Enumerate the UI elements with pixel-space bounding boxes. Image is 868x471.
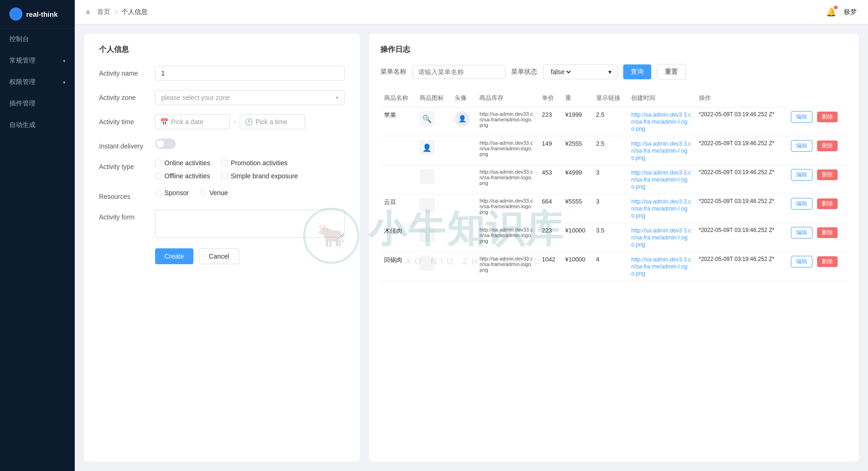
cell-weight: 3 (592, 165, 628, 194)
cell-created: *2022-05-09T 03:19:46.252 Z* (695, 252, 788, 281)
cell-actions: 编辑 删除 (787, 252, 847, 281)
cell-stock: 149 (538, 136, 562, 165)
time-placeholder: Pick a time (256, 118, 287, 126)
display-url-link[interactable]: http://sa-admin.dev3 3.cn/sa-fra me/admi… (631, 112, 691, 132)
cell-icon (416, 165, 451, 194)
edit-button[interactable]: 编辑 (791, 198, 812, 210)
delete-button[interactable]: 删除 (817, 256, 838, 267)
chevron-down-icon: ▾ (336, 95, 339, 101)
checkbox-promotion[interactable]: Promotion activities (221, 159, 287, 167)
cell-display-url: http://sa-admin.dev3 3.cn/sa-fra me/admi… (627, 165, 695, 194)
display-url-link[interactable]: http://sa-admin.dev3 3.cn/sa-fra me/admi… (631, 169, 691, 190)
sidebar-item-regular[interactable]: 常规管理 ▾ (0, 50, 75, 71)
display-url-link[interactable]: http://sa-admin.dev3 3.cn/sa-fra me/admi… (631, 198, 691, 219)
delete-button[interactable]: 删除 (817, 227, 838, 238)
menu-status-dropdown[interactable]: false true (549, 68, 572, 76)
edit-button[interactable]: 编辑 (791, 227, 812, 239)
edit-button[interactable]: 编辑 (791, 169, 812, 181)
table-header: 商品名称 商品图标 头像 商品库存 单价 重 显示链接 创建时间 操作 (380, 89, 847, 107)
sidebar-item-dashboard[interactable]: 控制台 (0, 28, 75, 50)
cancel-button[interactable]: Cancel (199, 248, 239, 264)
delete-button[interactable]: 删除 (817, 169, 838, 180)
display-url-link[interactable]: http://sa-admin.dev3 3.cn/sa-fra me/admi… (631, 227, 691, 248)
cell-weight: 3.5 (592, 223, 628, 252)
resources-row: Resources Sponsor Venue (99, 189, 345, 200)
cell-actions: 编辑 删除 (787, 165, 847, 194)
query-button[interactable]: 查询 (623, 64, 651, 79)
checkbox-label: Promotion activities (231, 159, 287, 167)
cell-created: *2022-05-09T 03:19:46.252 Z* (695, 107, 788, 136)
menu-status-filter-label: 菜单状态 (511, 68, 537, 76)
time-picker[interactable]: 🕐 Pick a time (240, 114, 305, 129)
cell-stock: 453 (538, 165, 562, 194)
activity-zone-select[interactable]: please select your zone ▾ (155, 90, 345, 105)
col-price: 单价 (538, 89, 562, 107)
radio-venue[interactable]: Venue (200, 189, 228, 197)
filter-bar: 菜单名称 菜单状态 false true ▾ 查询 重置 (380, 64, 847, 80)
cell-created: *2022-05-09T 03:19:46.252 Z* (695, 165, 788, 194)
table-row: 苹果 🔍 👤 http://sa-admin.dev33.cn/sa-frame… (380, 107, 847, 136)
cell-stock: 223 (538, 223, 562, 252)
notification-bell-icon[interactable]: 🔔 (826, 7, 836, 17)
menu-name-filter-input[interactable] (412, 65, 505, 79)
checkbox-brand[interactable]: Simple brand exposure (221, 172, 298, 180)
cell-name: 云豆 (380, 194, 416, 223)
activity-type-row: Activity type Online activities Promotio… (99, 159, 345, 180)
cell-created: *2022-05-09T 03:19:46.252 Z* (695, 194, 788, 223)
chevron-down-icon: ▾ (63, 58, 65, 63)
radio-sponsor[interactable]: Sponsor (155, 189, 189, 197)
create-button[interactable]: Create (155, 248, 193, 264)
username-label[interactable]: 极梦 (844, 8, 857, 16)
activity-name-control (155, 66, 345, 81)
breadcrumb: ≡ 首页 > 个人信息 (86, 8, 148, 16)
avatar: 👤 (455, 111, 470, 126)
edit-button[interactable]: 编辑 (791, 111, 812, 123)
main-content: ≡ 首页 > 个人信息 🔔 极梦 个人信息 Activity name (75, 0, 868, 471)
instant-delivery-toggle[interactable] (155, 139, 176, 149)
delete-button[interactable]: 删除 (817, 198, 838, 209)
col-action: 操作 (695, 89, 788, 107)
chevron-down-icon: ▾ (608, 68, 612, 76)
reset-button[interactable]: 重置 (657, 64, 686, 80)
log-table: 商品名称 商品图标 头像 商品库存 单价 重 显示链接 创建时间 操作 苹果 🔍… (380, 89, 847, 281)
activity-type-label: Activity type (99, 159, 155, 170)
date-picker[interactable]: 📅 Pick a date (155, 114, 230, 129)
breadcrumb-home[interactable]: 首页 (97, 8, 110, 16)
cell-url: http://sa-admin.dev33.cn/sa-frame/admin-… (476, 165, 538, 194)
resources-control: Sponsor Venue (155, 189, 345, 197)
menu-status-select[interactable]: false true ▾ (543, 64, 618, 79)
sidebar-item-label: 插件管理 (9, 99, 36, 108)
checkbox-label: Online activities (164, 159, 210, 167)
delete-button[interactable]: 删除 (817, 112, 838, 122)
log-title: 操作日志 (380, 45, 847, 55)
activity-name-input[interactable] (155, 66, 345, 81)
cell-actions: 编辑 删除 (787, 136, 847, 165)
checkbox-online[interactable]: Online activities (155, 159, 210, 167)
col-display-url: 显示链接 (592, 89, 628, 107)
sidebar-item-permissions[interactable]: 权限管理 ▾ (0, 71, 75, 93)
display-url-link[interactable]: http://sa-admin.dev3 3.cn/sa-fra me/admi… (631, 141, 691, 161)
cell-weight: 4 (592, 252, 628, 281)
edit-button[interactable]: 编辑 (791, 140, 812, 152)
sidebar-item-autogen[interactable]: 自动生成 (0, 114, 75, 136)
checkbox-offline[interactable]: Offline activities (155, 172, 210, 180)
activity-form-textarea[interactable] (155, 210, 345, 238)
cell-avatar (451, 136, 476, 165)
cell-stock: 664 (538, 194, 562, 223)
edit-button[interactable]: 编辑 (791, 256, 812, 267)
product-icon (420, 227, 434, 242)
cell-name (380, 136, 416, 165)
cell-avatar (451, 194, 476, 223)
delete-button[interactable]: 删除 (817, 141, 838, 151)
activity-form-row: Activity form (99, 210, 345, 239)
menu-icon[interactable]: ≡ (86, 8, 90, 16)
display-url-link[interactable]: http://sa-admin.dev3 3.cn/sa-fra me/admi… (631, 256, 691, 277)
checkbox-label: Offline activities (164, 172, 210, 180)
cell-avatar (451, 252, 476, 281)
col-stock: 商品库存 (476, 89, 538, 107)
cell-actions: 编辑 删除 (787, 194, 847, 223)
content-area: 个人信息 Activity name Activity zone please … (75, 24, 868, 471)
sidebar-item-plugins[interactable]: 插件管理 (0, 93, 75, 114)
cell-avatar (451, 223, 476, 252)
cell-display-url: http://sa-admin.dev3 3.cn/sa-fra me/admi… (627, 107, 695, 136)
